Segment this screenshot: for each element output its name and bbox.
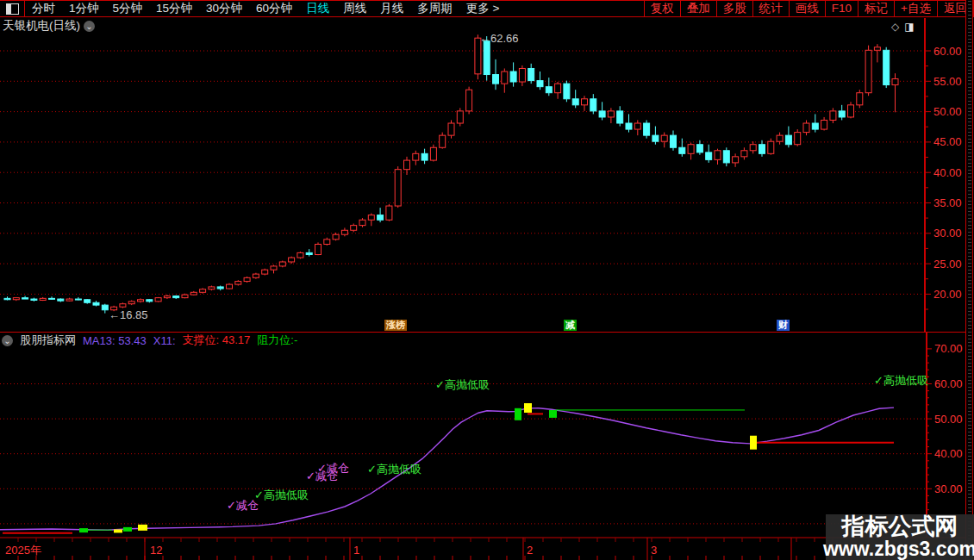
indicator-signal-markers: [3, 403, 894, 533]
period-tab-15分钟[interactable]: 15分钟: [149, 1, 199, 16]
svg-text:50.00: 50.00: [934, 413, 963, 426]
indicator-chevron-icon[interactable]: ⌄: [2, 335, 13, 346]
event-tag-减[interactable]: 减: [564, 320, 577, 331]
event-tag-财[interactable]: 财: [777, 320, 790, 331]
svg-text:20.00: 20.00: [933, 288, 962, 301]
candlestick-chart[interactable]: 60.0055.0050.0045.0040.0035.0030.0025.00…: [0, 18, 965, 332]
svg-text:✓高抛低吸: ✓高抛低吸: [254, 488, 309, 501]
main-annotations: ←62.66←16.85: [109, 32, 519, 321]
svg-text:2025年: 2025年: [5, 544, 41, 557]
svg-text:60.00: 60.00: [934, 377, 963, 390]
tool-button-多股[interactable]: 多股: [716, 1, 752, 16]
period-tab-5分钟[interactable]: 5分钟: [106, 1, 150, 16]
tool-button-标记[interactable]: 标记: [858, 1, 894, 16]
svg-text:3: 3: [651, 544, 657, 557]
indicator-value-axis: 70.0060.0050.0040.0030.00: [927, 333, 963, 538]
svg-text:55.00: 55.00: [933, 75, 962, 88]
svg-text:45.00: 45.00: [933, 135, 962, 148]
period-menubar: 分时1分钟5分钟15分钟30分钟60分钟日线周线月线多周期更多 > 复权叠加多股…: [0, 0, 974, 17]
period-tab-分时[interactable]: 分时: [25, 1, 62, 16]
svg-text:✓高抛低吸: ✓高抛低吸: [435, 378, 490, 391]
indicator-ma-value: MA13: 53.43: [83, 334, 147, 347]
layout-split-icon[interactable]: [0, 1, 25, 16]
indicator-x11-value: X11:: [153, 334, 176, 347]
indicator-resistance-value: 阻力位:-: [257, 333, 297, 348]
svg-text:←62.66: ←62.66: [479, 32, 519, 45]
period-tab-更多 >[interactable]: 更多 >: [459, 1, 507, 16]
svg-text:60.00: 60.00: [933, 45, 962, 58]
tool-button-F10[interactable]: F10: [825, 1, 858, 16]
period-tab-多周期[interactable]: 多周期: [410, 1, 459, 16]
watermark-url: www.zbgs3.com: [823, 538, 974, 559]
svg-text:←16.85: ←16.85: [109, 308, 148, 321]
indicator-gridlines: [0, 384, 927, 524]
svg-text:70.00: 70.00: [934, 342, 963, 355]
svg-text:50.00: 50.00: [933, 105, 962, 118]
tdx-window: 分时1分钟5分钟15分钟30分钟60分钟日线周线月线多周期更多 > 复权叠加多股…: [0, 0, 974, 560]
svg-text:2: 2: [527, 544, 533, 557]
svg-text:12: 12: [150, 544, 162, 557]
svg-text:30.00: 30.00: [933, 227, 962, 240]
indicator-source: 股朋指标网: [20, 333, 76, 348]
indicator-header: ⌄ 股朋指标网 MA13: 53.43 X11: 支撑位: 43.17 阻力位:…: [2, 333, 297, 347]
svg-text:25.00: 25.00: [933, 258, 962, 271]
main-gridlines: [0, 51, 925, 294]
indicator-line-series: [0, 408, 894, 530]
tool-button-复权[interactable]: 复权: [644, 1, 680, 16]
indicator-chart[interactable]: 70.0060.0050.0040.0030.00✓减仓✓高抛低吸✓减仓✓减仓✓…: [0, 332, 965, 560]
svg-text:30.00: 30.00: [934, 482, 963, 495]
main-price-axis: 60.0055.0050.0045.0040.0035.0030.0025.00…: [925, 18, 962, 332]
svg-text:1: 1: [353, 544, 359, 557]
tool-button-+自选[interactable]: +自选: [894, 1, 937, 16]
svg-text:✓减仓: ✓减仓: [317, 462, 349, 475]
svg-text:40.00: 40.00: [933, 166, 962, 179]
period-tab-周线[interactable]: 周线: [336, 1, 373, 16]
candlestick-series: [4, 34, 898, 313]
svg-text:✓高抛低吸: ✓高抛低吸: [367, 463, 421, 476]
svg-text:✓高抛低吸: ✓高抛低吸: [874, 374, 928, 387]
indicator-support-value: 支撑位: 43.17: [183, 333, 251, 348]
watermark: 指标公式网 www.zbgs3.com: [826, 514, 974, 560]
period-tab-月线[interactable]: 月线: [373, 1, 410, 16]
svg-text:40.00: 40.00: [934, 447, 963, 460]
period-tab-日线[interactable]: 日线: [299, 1, 336, 16]
tool-button-画线[interactable]: 画线: [789, 1, 825, 16]
tool-button-统计[interactable]: 统计: [752, 1, 789, 16]
period-tabs: 分时1分钟5分钟15分钟30分钟60分钟日线周线月线多周期更多 >: [25, 1, 506, 16]
tool-button-叠加[interactable]: 叠加: [680, 1, 716, 16]
window-split-icon: [6, 3, 19, 15]
period-tab-1分钟[interactable]: 1分钟: [62, 1, 106, 16]
right-edge-strip[interactable]: [965, 0, 973, 560]
period-tab-30分钟[interactable]: 30分钟: [199, 1, 249, 16]
watermark-title: 指标公式网: [842, 515, 958, 538]
period-tab-60分钟[interactable]: 60分钟: [249, 1, 299, 16]
svg-text:35.00: 35.00: [933, 196, 962, 209]
time-axis: 2025年12123: [0, 538, 965, 560]
event-tag-涨榜[interactable]: 涨榜: [384, 320, 407, 331]
tool-menu: 复权叠加多股统计画线F10标记+自选返回: [644, 1, 974, 16]
